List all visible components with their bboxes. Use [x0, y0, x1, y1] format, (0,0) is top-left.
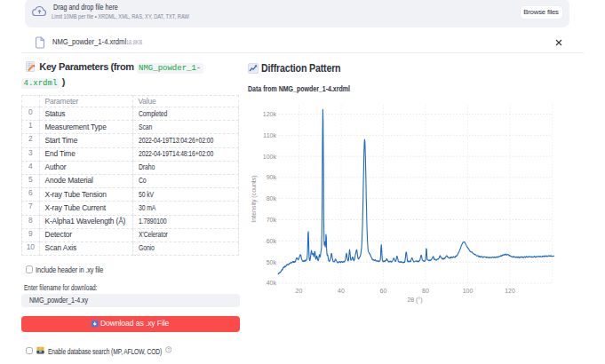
svg-text:100: 100: [463, 288, 474, 294]
svg-text:40k: 40k: [267, 280, 277, 286]
svg-text:120: 120: [505, 288, 515, 294]
svg-text:110k: 110k: [263, 132, 276, 138]
svg-text:40: 40: [338, 288, 345, 294]
svg-text:100k: 100k: [263, 154, 277, 160]
svg-text:Intensity (counts): Intensity (counts): [251, 175, 258, 222]
svg-text:120k: 120k: [263, 111, 277, 117]
svg-text:80: 80: [422, 288, 429, 294]
svg-text:90k: 90k: [267, 174, 277, 180]
svg-text:20: 20: [296, 288, 303, 294]
svg-text:2θ (°): 2θ (°): [407, 297, 422, 304]
svg-text:70k: 70k: [267, 217, 277, 223]
svg-text:60k: 60k: [267, 238, 277, 244]
svg-text:80k: 80k: [267, 195, 277, 202]
svg-text:50k: 50k: [267, 259, 277, 265]
svg-text:60: 60: [380, 288, 387, 294]
